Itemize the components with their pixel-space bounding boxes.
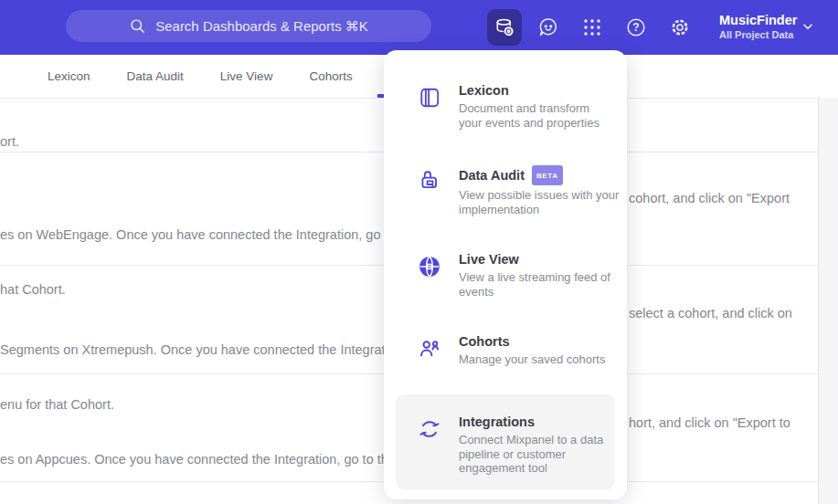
menu-item-title: Data AuditBETA	[459, 165, 619, 185]
tab-lexicon[interactable]: Lexicon	[48, 69, 90, 83]
menu-item-title: Integrations	[459, 415, 603, 430]
menu-item-live-view[interactable]: Live View View a live streaming feed of …	[418, 252, 610, 299]
search-input[interactable]: Search Dashboards & Reports ⌘K	[66, 10, 431, 42]
menu-item-cohorts[interactable]: Cohorts Manage your saved cohorts	[418, 334, 605, 367]
help-icon[interactable]: ?	[619, 9, 653, 46]
integration-row-text-right: hort, and click on "Export to	[629, 414, 790, 432]
chevron-down-icon[interactable]	[801, 20, 814, 33]
menu-item-title: Live View	[459, 252, 610, 268]
svg-text:?: ?	[632, 21, 639, 34]
integration-row-text-right: cohort, and click on "Export	[629, 189, 790, 207]
settings-gear-icon[interactable]	[663, 9, 697, 46]
data-management-icon[interactable]	[487, 9, 522, 46]
integration-row-text-right: select a cohort, and click on	[629, 304, 792, 322]
menu-item-data-audit[interactable]: Data AuditBETA View possible issues with…	[418, 165, 619, 216]
top-app-bar: Search Dashboards & Reports ⌘K	[0, 0, 838, 55]
menu-item-lexicon[interactable]: Lexicon Document and transform your even…	[418, 83, 599, 130]
menu-item-integrations[interactable]: Integrations Connect Mixpanel to a data …	[396, 394, 615, 489]
menu-item-title: Cohorts	[459, 334, 605, 350]
lexicon-book-icon	[418, 86, 441, 110]
tab-cohorts[interactable]: Cohorts	[309, 69, 352, 83]
cohorts-people-icon	[418, 337, 441, 361]
apps-grid-icon[interactable]	[575, 9, 610, 46]
tab-data-audit[interactable]: Data Audit	[127, 69, 184, 83]
integration-row-text: ort.	[0, 96, 19, 187]
vertical-scrollbar[interactable]	[818, 98, 838, 504]
search-placeholder: Search Dashboards & Reports ⌘K	[155, 18, 368, 35]
project-switcher[interactable]: MusicFinder All Project Data	[719, 12, 797, 41]
integration-row-text: es on Appcues. Once you have connected t…	[0, 414, 410, 504]
integrations-sync-icon	[418, 417, 441, 441]
data-audit-lock-icon	[418, 168, 441, 192]
live-view-globe-icon	[418, 255, 441, 278]
data-management-dropdown: Lexicon Document and transform your even…	[384, 50, 627, 499]
search-icon	[129, 17, 146, 35]
menu-item-title: Lexicon	[459, 83, 599, 99]
project-name: MusicFinder	[719, 12, 797, 28]
tab-live-view[interactable]: Live View	[220, 69, 273, 83]
feedback-chat-icon[interactable]	[531, 9, 566, 46]
project-scope: All Project Data	[719, 28, 797, 41]
beta-badge: BETA	[532, 165, 563, 185]
